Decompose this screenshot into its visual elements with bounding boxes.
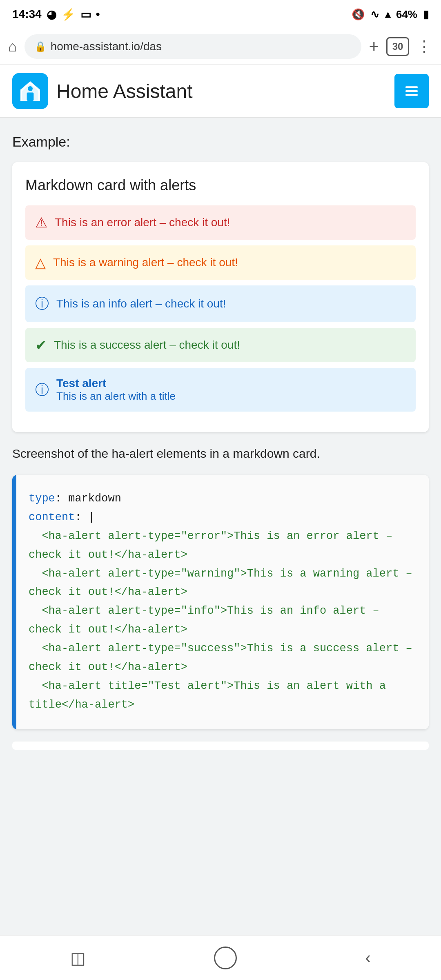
warning-icon: △ xyxy=(35,254,46,271)
screen-icon: ▭ xyxy=(80,8,91,21)
code-block: type: markdown content: | <ha-alert aler… xyxy=(12,475,429,729)
svg-rect-0 xyxy=(27,93,34,101)
alert-error: ⚠ This is an error alert – check it out! xyxy=(25,205,416,240)
alert-info: ⓘ This is an info alert – check it out! xyxy=(25,285,416,322)
signal-icon: ▴ xyxy=(385,8,390,21)
wifi-icon: ∿ xyxy=(370,8,379,21)
lock-icon: 🔒 xyxy=(34,41,47,52)
battery-level: 64% xyxy=(396,8,417,21)
svg-rect-6 xyxy=(405,94,418,96)
info-alert-text: This is an info alert – check it out! xyxy=(56,296,226,312)
alert-success: ✔ This is a success alert – check it out… xyxy=(25,328,416,362)
error-icon: ⚠ xyxy=(35,214,47,231)
info-title-icon: ⓘ xyxy=(35,381,49,399)
success-icon: ✔ xyxy=(35,337,47,353)
battery-icon: ▮ xyxy=(423,8,429,21)
error-alert-text: This is an error alert – check it out! xyxy=(55,214,230,230)
status-bar: 14:34 ◕ ⚡ ▭ • 🔇 ∿ ▴ 64% ▮ xyxy=(0,0,441,29)
scroll-indicator xyxy=(12,742,429,750)
menu-button[interactable] xyxy=(394,74,429,108)
code-border-accent xyxy=(12,475,16,729)
tab-switcher-button[interactable]: 30 xyxy=(386,37,409,56)
location-icon: ◕ xyxy=(47,8,56,21)
new-tab-button[interactable]: + xyxy=(369,37,379,56)
alerts-card: Markdown card with alerts ⚠ This is an e… xyxy=(12,162,429,432)
home-button[interactable] xyxy=(214,947,237,969)
alert-subtitle-text: This is an alert with a title xyxy=(56,390,176,403)
page-content: Example: Markdown card with alerts ⚠ Thi… xyxy=(0,118,441,766)
mute-icon: 🔇 xyxy=(352,8,365,21)
svg-rect-4 xyxy=(405,86,418,88)
alert-info-with-title: ⓘ Test alert This is an alert with a tit… xyxy=(25,368,416,412)
svg-rect-5 xyxy=(405,90,418,92)
url-text: home-assistant.io/das xyxy=(51,40,162,53)
code-line-4: <ha-alert alert-type="warning">This is a… xyxy=(29,565,416,602)
app-title: Home Assistant xyxy=(56,80,192,102)
card-caption: Screenshot of the ha-alert elements in a… xyxy=(12,444,429,463)
code-card: type: markdown content: | <ha-alert aler… xyxy=(12,475,429,729)
code-line-5: <ha-alert alert-type="info">This is an i… xyxy=(29,602,416,639)
recent-apps-button[interactable]: ◫ xyxy=(58,944,98,971)
code-tag-error: <ha-alert alert-type="error">This is an … xyxy=(29,530,392,561)
alert-warning: △ This is a warning alert – check it out… xyxy=(25,245,416,280)
back-button[interactable]: ‹ xyxy=(353,944,383,971)
browser-bar: ⌂ 🔒 home-assistant.io/das + 30 ⋮ xyxy=(0,29,441,65)
code-tag-warning: <ha-alert alert-type="warning">This is a… xyxy=(29,568,412,599)
code-tag-success: <ha-alert alert-type="success">This is a… xyxy=(29,642,412,673)
status-time: 14:34 xyxy=(12,8,42,21)
warning-alert-text: This is a warning alert – check it out! xyxy=(53,254,238,270)
code-line-2: content: | xyxy=(29,508,416,527)
card-title: Markdown card with alerts xyxy=(25,177,416,194)
code-line-7: <ha-alert title="Test alert">This is an … xyxy=(29,677,416,715)
bolt-icon: ⚡ xyxy=(61,8,76,21)
info-icon: ⓘ xyxy=(35,294,49,313)
app-header: Home Assistant xyxy=(0,65,441,118)
alert-title-block: Test alert This is an alert with a title xyxy=(56,377,176,403)
browser-menu-button[interactable]: ⋮ xyxy=(416,38,433,56)
alert-title-text: Test alert xyxy=(56,377,176,390)
code-key-content: content xyxy=(29,511,75,523)
code-line-3: <ha-alert alert-type="error">This is an … xyxy=(29,527,416,565)
ha-logo-icon xyxy=(18,79,42,103)
code-tag-info: <ha-alert alert-type="info">This is an i… xyxy=(29,605,379,636)
code-line-6: <ha-alert alert-type="success">This is a… xyxy=(29,639,416,677)
code-key-type: type xyxy=(29,492,55,505)
status-bar-left: 14:34 ◕ ⚡ ▭ • xyxy=(12,8,100,21)
code-content: type: markdown content: | <ha-alert aler… xyxy=(16,475,429,729)
success-alert-text: This is a success alert – check it out! xyxy=(54,337,240,353)
bottom-nav: ◫ ‹ xyxy=(0,935,441,980)
svg-point-1 xyxy=(28,86,33,91)
status-bar-right: 🔇 ∿ ▴ 64% ▮ xyxy=(352,8,429,21)
section-label: Example: xyxy=(12,134,429,150)
hamburger-icon xyxy=(403,83,420,99)
address-bar[interactable]: 🔒 home-assistant.io/das xyxy=(24,34,362,59)
ha-logo xyxy=(12,73,48,109)
app-header-left: Home Assistant xyxy=(12,73,192,109)
code-tag-title: <ha-alert title="Test alert">This is an … xyxy=(29,680,386,711)
dot-icon: • xyxy=(96,8,100,21)
browser-home-icon[interactable]: ⌂ xyxy=(8,38,17,55)
code-line-1: type: markdown xyxy=(29,490,416,508)
